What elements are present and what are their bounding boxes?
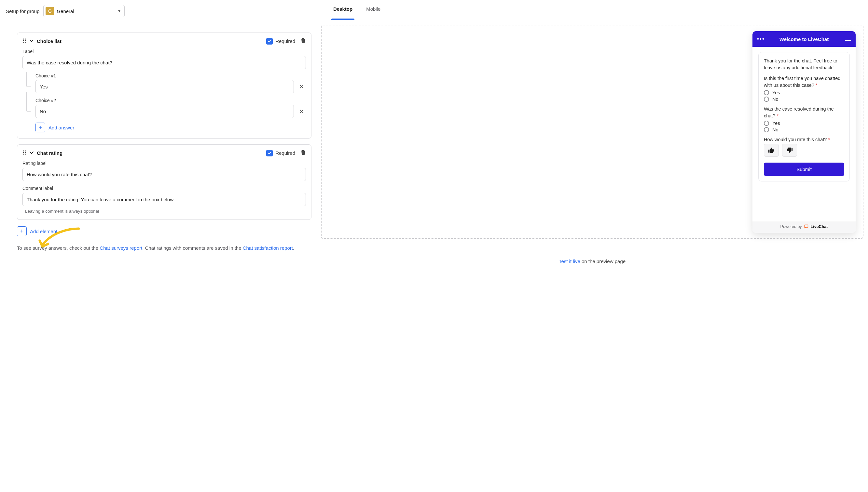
- tab-mobile[interactable]: Mobile: [364, 0, 382, 19]
- group-avatar: G: [46, 7, 54, 15]
- rating-label-caption: Rating label: [22, 161, 306, 166]
- thumbs-up-button[interactable]: [764, 144, 779, 157]
- svg-point-0: [23, 39, 24, 39]
- choice-2-label: Choice #2: [36, 98, 306, 103]
- question-3: How would you rate this chat? *: [764, 137, 830, 142]
- svg-point-6: [23, 150, 24, 151]
- intro-text: Thank you for the chat. Feel free to lea…: [764, 57, 844, 71]
- close-icon[interactable]: ✕: [297, 82, 306, 92]
- card-title: Chat rating: [37, 150, 63, 156]
- preview-tabs: Desktop Mobile: [316, 0, 868, 19]
- test-live-link[interactable]: Test it live: [559, 259, 580, 264]
- surveys-report-link[interactable]: Chat surveys report: [100, 245, 142, 251]
- group-name: General: [56, 8, 74, 14]
- chevron-down-icon: ▼: [117, 9, 121, 13]
- preview-frame: ••• Welcome to LiveChat Thank you for th…: [321, 25, 864, 239]
- svg-point-4: [23, 42, 24, 43]
- prev-card-partial: + Add answer: [17, 22, 311, 27]
- chevron-down-icon[interactable]: [29, 38, 34, 45]
- required-label: Required: [275, 39, 295, 44]
- svg-point-2: [23, 40, 24, 41]
- trash-icon[interactable]: [300, 38, 306, 45]
- question-input[interactable]: [22, 56, 306, 69]
- choice-2-input[interactable]: [36, 105, 294, 118]
- close-icon[interactable]: ✕: [297, 107, 306, 117]
- setup-label: Setup for group: [6, 8, 39, 14]
- svg-point-11: [25, 153, 26, 154]
- radio-icon: [764, 97, 769, 102]
- satisfaction-report-link[interactable]: Chat satisfaction report: [243, 245, 293, 251]
- svg-point-10: [23, 153, 24, 154]
- rating-label-input[interactable]: [22, 168, 306, 181]
- tab-desktop[interactable]: Desktop: [331, 0, 354, 19]
- svg-point-9: [25, 152, 26, 153]
- question-1: Is this the first time you have chatted …: [764, 76, 840, 88]
- trash-icon[interactable]: [300, 149, 306, 157]
- comment-label-caption: Comment label: [22, 186, 306, 191]
- optional-note: Leaving a comment is always optional: [22, 209, 306, 214]
- radio-no[interactable]: No: [764, 127, 844, 132]
- drag-handle-icon[interactable]: [22, 150, 26, 156]
- card-title: Choice list: [37, 39, 62, 44]
- thumbs-down-button[interactable]: [782, 144, 797, 157]
- required-label: Required: [275, 150, 295, 156]
- choice-1-label: Choice #1: [36, 73, 306, 78]
- required-checkbox[interactable]: [266, 150, 273, 156]
- preview-footer: Test it live on the preview page: [316, 254, 868, 269]
- radio-yes[interactable]: Yes: [764, 121, 844, 126]
- radio-yes[interactable]: Yes: [764, 90, 844, 95]
- svg-point-7: [25, 150, 26, 151]
- drag-handle-icon[interactable]: [22, 38, 26, 45]
- chevron-down-icon[interactable]: [29, 150, 34, 156]
- minimize-icon[interactable]: [845, 40, 851, 41]
- label-caption: Label: [22, 49, 306, 54]
- radio-icon: [764, 127, 769, 132]
- radio-icon: [764, 90, 769, 95]
- radio-icon: [764, 121, 769, 126]
- submit-button[interactable]: Submit: [764, 163, 844, 176]
- chat-widget: ••• Welcome to LiveChat Thank you for th…: [752, 31, 855, 233]
- plus-icon[interactable]: +: [17, 226, 27, 236]
- question-2: Was the case resolved during the chat? *: [764, 106, 834, 118]
- chat-rating-card: Chat rating Required: [17, 144, 311, 220]
- comment-label-input[interactable]: [22, 193, 306, 206]
- required-checkbox[interactable]: [266, 38, 273, 45]
- svg-point-8: [23, 152, 24, 153]
- group-select[interactable]: G General ▼: [43, 5, 125, 17]
- powered-by: Powered by LiveChat: [752, 221, 855, 233]
- widget-header: ••• Welcome to LiveChat: [752, 31, 855, 47]
- plus-icon[interactable]: +: [36, 123, 45, 132]
- livechat-icon: [804, 224, 809, 229]
- widget-title: Welcome to LiveChat: [779, 36, 829, 42]
- add-element-link[interactable]: Add element: [30, 229, 57, 234]
- svg-point-1: [25, 39, 26, 39]
- more-icon[interactable]: •••: [757, 36, 765, 42]
- thumbs-up-icon: [768, 147, 775, 154]
- choice-list-card: Choice list Required L: [17, 32, 311, 139]
- choice-1-input[interactable]: [36, 80, 294, 93]
- thumbs-down-icon: [786, 147, 793, 154]
- survey-card: Thank you for the chat. Feel free to lea…: [758, 52, 850, 181]
- radio-no[interactable]: No: [764, 97, 844, 102]
- svg-point-5: [25, 42, 26, 43]
- footer-note: To see survey answers, check out the Cha…: [17, 245, 311, 251]
- setup-bar: Setup for group G General ▼: [0, 0, 316, 22]
- add-answer-link[interactable]: Add answer: [48, 125, 74, 130]
- svg-point-3: [25, 40, 26, 41]
